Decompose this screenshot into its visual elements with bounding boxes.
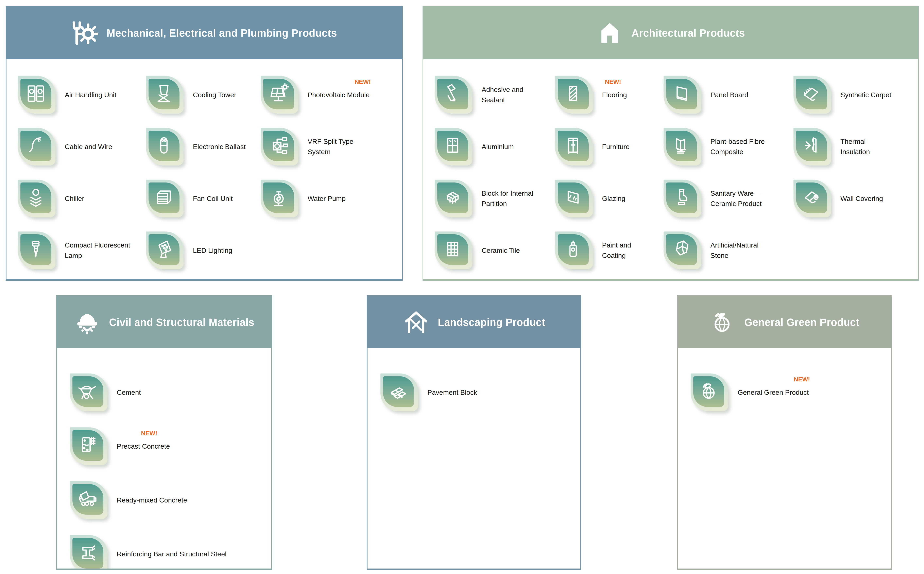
label-wrap: NEW!Photovoltaic Module: [308, 90, 369, 100]
leaf-frame: [435, 128, 472, 166]
product-item: NEW!General Green Product: [691, 365, 889, 419]
leaf-inner: [558, 183, 589, 213]
leaf-inner: [149, 131, 179, 161]
product-label: Precast Concrete: [117, 441, 170, 451]
air-handling-unit-icon: [25, 83, 47, 105]
product-label: Paint and Coating: [602, 240, 631, 261]
leaf-frame: [261, 76, 298, 114]
leaf-inner: [72, 538, 104, 569]
product-label: Electronic Ballast: [193, 142, 246, 152]
leaf-frame: [435, 76, 472, 114]
label-wrap: Paint and Coating: [602, 240, 631, 261]
leaf-frame: [555, 180, 593, 217]
leaf-inner: [796, 183, 827, 213]
leaf-frame: [261, 128, 298, 166]
panel-title: Civil and Structural Materials: [109, 316, 255, 328]
new-badge: NEW!: [605, 78, 621, 85]
product-item: Block for Internal Partition: [435, 173, 555, 224]
leaf-frame: [18, 232, 55, 269]
panel-green-items: NEW!General Green Product: [678, 348, 891, 419]
product-label: Flooring: [602, 90, 627, 100]
leaf-frame: [70, 481, 107, 519]
product-item: Air Handling Unit: [18, 69, 146, 121]
pavement-block-icon: [388, 380, 409, 403]
product-item: NEW!Precast Concrete: [70, 419, 270, 473]
label-wrap: Furniture: [602, 142, 630, 152]
leaf-inner: [263, 131, 294, 161]
general-green-product-icon: [698, 380, 720, 403]
leaf-inner: [20, 131, 52, 161]
panel-title: Architectural Products: [632, 27, 745, 39]
label-wrap: NEW!Precast Concrete: [117, 441, 170, 451]
label-wrap: Block for Internal Partition: [482, 188, 533, 209]
leaf-inner: [149, 79, 179, 109]
leaf-frame: [555, 128, 593, 166]
label-wrap: Sanitary Ware – Ceramic Product: [710, 188, 762, 209]
hardhat-gear-icon: [74, 309, 101, 336]
product-item: Aluminium: [435, 121, 555, 173]
panel-architectural-items: Adhesive and SealantNEW!FlooringPanel Bo…: [423, 59, 918, 276]
panel-civil-header: Civil and Structural Materials: [57, 296, 271, 348]
leaf-frame: [794, 180, 831, 217]
product-item: Fan Coil Unit: [146, 173, 261, 224]
product-item: Electronic Ballast: [146, 121, 261, 173]
product-label: Glazing: [602, 194, 625, 204]
label-wrap: Glazing: [602, 194, 625, 204]
product-label: Sanitary Ware – Ceramic Product: [710, 188, 762, 209]
product-item: Synthetic Carpet: [794, 69, 916, 121]
label-wrap: Thermal Insulation: [841, 136, 870, 157]
wrench-gear-icon: [71, 20, 98, 46]
leaf-frame: [146, 180, 184, 217]
leaf-inner: [558, 79, 589, 109]
leaf-inner: [437, 79, 468, 109]
product-item: Wall Covering: [794, 173, 916, 224]
label-wrap: Cement: [117, 387, 141, 397]
product-label: Pavement Block: [427, 387, 477, 397]
house-pencil-icon: [403, 309, 429, 336]
label-wrap: Plant-based Fibre Composite: [710, 136, 765, 157]
product-label: General Green Product: [738, 387, 809, 397]
globe-leaf-icon: [709, 309, 736, 336]
product-item: VRF Split Type System: [261, 121, 400, 173]
label-wrap: Air Handling Unit: [65, 90, 116, 100]
leaf-inner: [666, 131, 697, 161]
leaf-inner: [693, 376, 724, 407]
panel-architectural-header: Architectural Products: [423, 7, 918, 59]
label-wrap: Cable and Wire: [65, 142, 112, 152]
product-item: NEW!Photovoltaic Module: [261, 69, 400, 121]
product-label: Cement: [117, 387, 141, 397]
photovoltaic-module-icon: [268, 83, 289, 105]
panel-civil: Civil and Structural Materials CementNEW…: [56, 295, 272, 570]
product-label: Chiller: [65, 194, 84, 204]
leaf-frame: [663, 128, 701, 166]
panel-landscaping: Landscaping Product Pavement Block: [367, 295, 581, 570]
leaf-frame: [146, 76, 184, 114]
label-wrap: Pavement Block: [427, 387, 477, 397]
panel-mep-header: Mechanical, Electrical and Plumbing Prod…: [6, 7, 402, 59]
paint-and-coating-icon: [563, 238, 584, 261]
leaf-frame: [146, 232, 184, 269]
panel-landscaping-header: Landscaping Product: [368, 296, 580, 348]
label-wrap: Artificial/Natural Stone: [710, 240, 759, 261]
aluminium-icon: [442, 135, 464, 157]
product-label: Wall Covering: [841, 194, 883, 204]
leaf-frame: [18, 128, 55, 166]
leaf-inner: [666, 234, 697, 265]
leaf-frame: [794, 76, 831, 114]
leaf-inner: [20, 79, 52, 109]
water-pump-icon: [268, 186, 289, 209]
leaf-inner: [796, 79, 827, 109]
label-wrap: Synthetic Carpet: [841, 90, 891, 100]
leaf-inner: [72, 430, 104, 461]
leaf-inner: [263, 79, 294, 109]
leaf-frame: [691, 374, 728, 411]
leaf-inner: [149, 234, 179, 265]
product-item: Ceramic Tile: [435, 224, 555, 276]
product-item: NEW!Flooring: [555, 69, 663, 121]
leaf-inner: [437, 183, 468, 213]
panel-landscaping-items: Pavement Block: [368, 348, 580, 419]
leaf-frame: [555, 232, 593, 269]
leaf-frame: [146, 128, 184, 166]
leaf-inner: [263, 183, 294, 213]
label-wrap: Water Pump: [308, 194, 346, 204]
